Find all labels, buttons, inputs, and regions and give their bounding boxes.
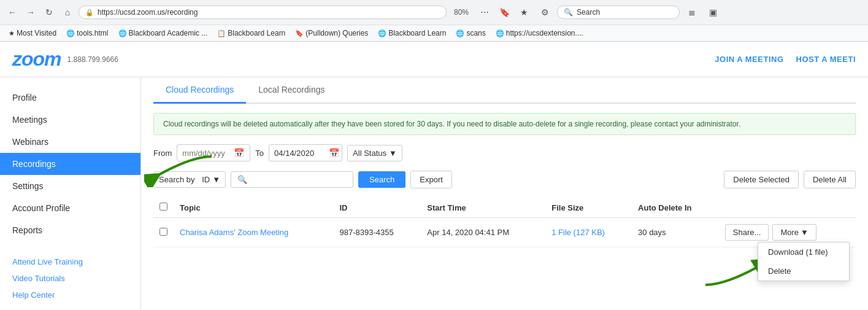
url-bar[interactable]: 🔒 https://ucsd.zoom.us/recording [79,6,447,19]
more-button[interactable]: More ▼ [772,224,816,241]
video-tutorials-link[interactable]: Video Tutorials [12,270,128,287]
select-all-checkbox[interactable] [159,203,167,211]
sidebar-item-account-profile[interactable]: Account Profile [0,197,140,219]
sidebar: Profile Meetings Webinars Recordings Set… [0,77,141,310]
info-banner-text: Cloud recordings will be deleted automat… [163,120,740,128]
header-links: JOIN A MEETING HOST A MEETI [715,55,856,64]
bookmark-button[interactable]: 🔖 [496,4,513,21]
bookmark-pulldown[interactable]: 🔖 (Pulldown) Queries [291,28,372,39]
star-icon: ★ [9,29,15,37]
dropdown-delete[interactable]: Delete [758,262,849,281]
host-meeting-link[interactable]: HOST A MEETI [796,55,856,64]
file-link[interactable]: 1 File (127 KB) [551,228,605,237]
attend-live-training-link[interactable]: Attend Live Training [12,254,128,270]
row-checkbox-cell [153,218,174,247]
main-content: Cloud Recordings Local Recordings Cloud … [141,77,868,310]
doc-icon: 📋 [217,29,226,37]
chevron-down-icon-2: ▼ [212,175,220,184]
col-auto-delete: Auto Delete In [632,198,719,218]
header-phone: 1.888.799.9666 [67,55,118,64]
bookmark-ucsd-ext[interactable]: 🌐 https://ucsdextension.... [492,28,587,39]
search-by-value: ID [202,175,210,184]
star-button[interactable]: ★ [515,4,532,21]
col-start-time: Start Time [421,198,545,218]
to-calendar-icon[interactable]: 📅 [329,148,339,158]
sidebar-bottom: Attend Live Training Video Tutorials Hel… [0,254,140,303]
col-topic: Topic [174,198,334,218]
sidebar-item-webinars[interactable]: Webinars [0,131,140,153]
to-date-field[interactable] [274,149,326,158]
row-checkbox[interactable] [159,228,167,236]
bookmark-icon: 🔖 [295,29,304,37]
row-actions: Share... More ▼ Download (1 file) Delete [725,224,850,241]
share-button[interactable]: Share... [725,224,769,241]
app-body: Profile Meetings Webinars Recordings Set… [0,77,868,310]
refresh-button[interactable]: ↻ [42,5,56,20]
right-actions: Delete Selected Delete All [724,171,856,188]
topic-link[interactable]: Charisa Adams' Zoom Meeting [180,228,288,237]
delete-selected-button[interactable]: Delete Selected [724,171,799,188]
help-center-link[interactable]: Help Center [12,287,128,303]
tabs-button[interactable]: ▣ [704,4,721,21]
bookmark-most-visited[interactable]: ★ Most Visited [5,28,60,39]
status-select-value: All Status [353,149,386,158]
search-input[interactable] [251,175,337,184]
bookmark-bb-academic[interactable]: 🌐 Blackboard Academic ... [115,28,212,39]
to-date-input[interactable]: 📅 [269,144,342,161]
sidebar-item-profile[interactable]: Profile [0,87,140,109]
sidebar-item-reports[interactable]: Reports [0,219,140,241]
lock-icon: 🔒 [85,9,94,17]
zoom-level: 80% [450,8,472,17]
dropdown-download[interactable]: Download (1 file) [758,242,849,262]
sidebar-item-recordings[interactable]: Recordings [0,153,140,175]
search-by-label: Search by [159,175,195,184]
bookmark-tools[interactable]: 🌐 tools.html [63,28,112,39]
col-file-size: File Size [545,198,632,218]
more-menu-button[interactable]: ⋯ [476,4,493,21]
info-banner: Cloud recordings will be deleted automat… [153,113,856,135]
table-row: Charisa Adams' Zoom Meeting 987-8393-435… [153,218,856,247]
back-button[interactable]: ← [5,5,20,20]
row-start-time: Apr 14, 2020 04:41 PM [421,218,545,247]
sidebar-button[interactable]: ≣ [683,4,701,21]
bookmark-bb-learn-2[interactable]: 🌐 Blackboard Learn [374,28,450,39]
zoom-logo: zoom [12,48,61,71]
export-button[interactable]: Export [410,171,452,188]
join-meeting-link[interactable]: JOIN A MEETING [715,55,783,64]
from-date-field[interactable] [182,149,231,158]
delete-all-button[interactable]: Delete All [804,171,856,188]
more-dropdown-menu: Download (1 file) Delete [758,242,850,281]
browser-search-bar[interactable]: 🔍 Search [557,6,680,19]
globe-icon-4: 🌐 [456,29,464,37]
settings-button[interactable]: ⚙ [536,4,553,21]
from-label: From [153,149,172,158]
bookmark-bb-learn-1[interactable]: 📋 Blackboard Learn [213,28,289,39]
search-input-wrap[interactable]: 🔍 [231,171,353,188]
chevron-down-icon: ▼ [389,149,397,158]
search-by-select[interactable]: Search by ID ▼ [153,171,226,188]
from-date-input[interactable]: 📅 [177,144,250,161]
forward-button[interactable]: → [23,5,38,20]
globe-icon: 🌐 [66,29,75,37]
row-auto-delete: 30 days [632,218,719,247]
sidebar-item-meetings[interactable]: Meetings [0,109,140,131]
browser-chrome: ← → ↻ ⌂ 🔒 https://ucsd.zoom.us/recording… [0,0,868,42]
home-button[interactable]: ⌂ [60,5,75,20]
row-id: 987-8393-4355 [334,218,421,247]
tab-local-recordings[interactable]: Local Recordings [246,77,337,104]
tabs: Cloud Recordings Local Recordings [153,77,856,104]
search-button[interactable]: Search [358,171,405,188]
globe-icon-2: 🌐 [118,29,127,37]
globe-icon-3: 🌐 [378,29,386,37]
recordings-table: Topic ID Start Time File Size Auto Delet [153,198,856,247]
sidebar-item-settings[interactable]: Settings [0,175,140,197]
col-actions [719,198,856,218]
status-select[interactable]: All Status ▼ [347,145,402,161]
from-calendar-icon[interactable]: 📅 [234,148,244,158]
tab-cloud-recordings[interactable]: Cloud Recordings [153,77,246,104]
filter-row: From 📅 To 📅 All Status ▼ [153,144,856,161]
url-text: https://ucsd.zoom.us/recording [98,8,198,17]
bookmark-scans[interactable]: 🌐 scans [452,28,489,39]
search-icon: 🔍 [564,8,573,17]
to-label: To [255,149,264,158]
